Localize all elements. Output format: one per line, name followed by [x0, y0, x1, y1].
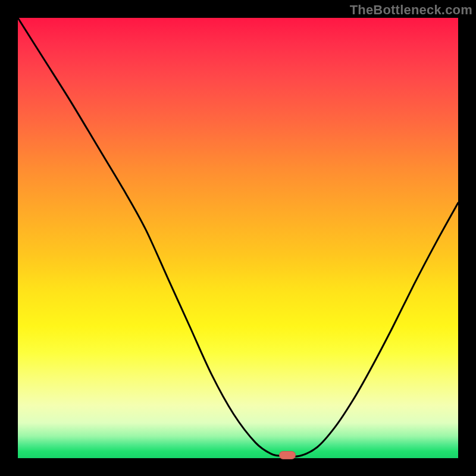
- curve-path: [18, 18, 458, 457]
- plot-area: [18, 18, 458, 458]
- optimal-point-marker: [279, 451, 296, 459]
- bottleneck-curve: [18, 18, 458, 458]
- watermark-text: TheBottleneck.com: [350, 2, 472, 18]
- chart-frame: TheBottleneck.com: [0, 0, 476, 476]
